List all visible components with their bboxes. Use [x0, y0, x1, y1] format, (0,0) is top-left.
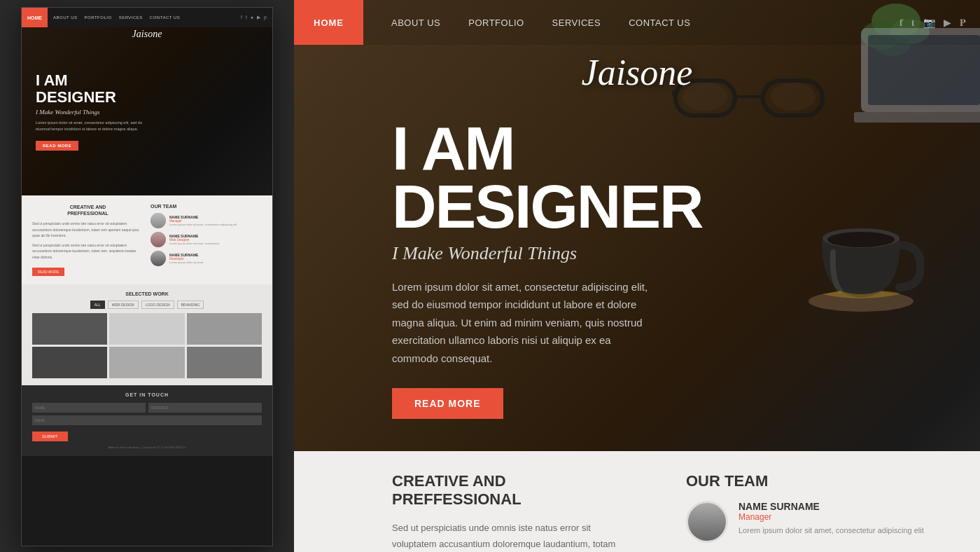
- left-nav-portfolio[interactable]: PORTFOLIO: [85, 15, 112, 20]
- right-team-info-1: NAME SURNAME Manager Lorem ipsum dolor s…: [738, 501, 924, 537]
- left-hero-content: I AM DESIGNER I Make Wonderful Things Lo…: [22, 58, 162, 165]
- right-hero-section: I AM DESIGNER I Make Wonderful Things Lo…: [294, 45, 980, 451]
- filter-all[interactable]: ALL: [90, 301, 105, 309]
- portfolio-item-1[interactable]: [32, 313, 107, 345]
- left-nav: HOME ABOUT US PORTFOLIO SERVICES CONTACT…: [22, 8, 272, 27]
- right-pinterest-icon[interactable]: 𝐏: [960, 17, 966, 29]
- left-preview-panel: HOME ABOUT US PORTFOLIO SERVICES CONTACT…: [21, 7, 273, 546]
- right-home-btn[interactable]: HOME: [294, 0, 363, 45]
- left-creative-body-1: Sed ut perspiciatis unde omnis iste natu…: [32, 221, 144, 239]
- right-hero-subtitle: I Make Wonderful Things: [392, 243, 742, 264]
- left-creative-body-2: Sed ut perspiciatis unde omnis iste natu…: [32, 242, 144, 261]
- right-creative-body: Sed ut perspiciatis unde omnis iste natu…: [392, 520, 630, 552]
- right-nav: HOME ABOUT US PORTFOLIO SERVICES CONTACT…: [294, 0, 980, 45]
- left-avatar-2: [150, 232, 166, 247]
- left-nav-services[interactable]: SERVICES: [119, 15, 143, 20]
- right-nav-contact[interactable]: CONTACT US: [615, 0, 704, 45]
- filter-web[interactable]: WEB DESIGN: [108, 301, 139, 309]
- left-submit-btn[interactable]: SUBMIT: [32, 432, 68, 441]
- right-nav-portfolio[interactable]: PORTFOLIO: [454, 0, 538, 45]
- left-hero: I AM DESIGNER I Make Wonderful Things Lo…: [22, 27, 272, 195]
- portfolio-item-4[interactable]: [32, 347, 107, 378]
- filter-branding[interactable]: BRANDING: [177, 301, 204, 309]
- portfolio-item-5[interactable]: [109, 347, 184, 378]
- left-hero-heading: I AM DESIGNER: [36, 72, 148, 106]
- right-creative-title: CREATIVE ANDPREFFESSIONAL: [392, 472, 630, 509]
- left-instagram-icon[interactable]: ●: [251, 15, 253, 20]
- right-nav-services[interactable]: SERVICES: [538, 0, 615, 45]
- right-nav-links: ABOUT US PORTFOLIO SERVICES CONTACT US: [363, 0, 704, 45]
- left-team-member-3: NAME SURNAME Developer Lorem ipsum dolor…: [150, 251, 262, 266]
- left-nav-about[interactable]: ABOUT US: [53, 15, 78, 20]
- left-nav-contact[interactable]: CONTACT US: [150, 15, 180, 20]
- left-about-read-more[interactable]: READ MORE: [32, 268, 64, 276]
- right-instagram-icon[interactable]: 📷: [923, 17, 935, 29]
- right-youtube-icon[interactable]: ▶: [944, 17, 951, 29]
- right-hero-heading: I AM DESIGNER: [392, 119, 742, 236]
- left-hero-subtitle: I Make Wonderful Things: [36, 109, 148, 116]
- left-team-member-1: NAME SURNAME Manager Lorem ipsum dolor s…: [150, 213, 262, 228]
- right-nav-about[interactable]: ABOUT US: [377, 0, 454, 45]
- left-avatar-3: [150, 251, 166, 266]
- left-social-icons: f t ● ▶ p: [241, 15, 267, 20]
- right-main-panel: HOME ABOUT US PORTFOLIO SERVICES CONTACT…: [294, 0, 980, 552]
- left-about-section: CREATIVE ANDPREFFESSIONAL Sed ut perspic…: [22, 195, 272, 284]
- left-read-more-btn[interactable]: READ MORE: [36, 141, 78, 151]
- left-message-input[interactable]: [148, 403, 262, 413]
- left-pinterest-icon[interactable]: p: [264, 15, 267, 20]
- left-team-member-2: NAME SURNAME Web Designer Lorem ipsum do…: [150, 232, 262, 247]
- right-social-bar: 𝐟 𝐭 📷 ▶ 𝐏: [899, 17, 980, 29]
- left-footer-info: Address: Street, Amazing, Countryside 75…: [32, 446, 262, 449]
- left-email-row: [32, 415, 262, 425]
- left-home-btn[interactable]: HOME: [22, 8, 48, 27]
- right-member-1-role: Manager: [738, 512, 924, 522]
- right-about-section: CREATIVE ANDPREFFESSIONAL Sed ut perspic…: [294, 451, 980, 552]
- left-team-section: OUR TEAM NAME SURNAME Manager Lorem ipsu…: [150, 204, 262, 276]
- left-email-input[interactable]: [32, 415, 262, 425]
- left-team-info-1: NAME SURNAME Manager Lorem ipsum dolor s…: [169, 215, 262, 227]
- left-contact-title: GET IN TOUCH: [32, 392, 262, 397]
- filter-logo[interactable]: LOGO DESIGN: [141, 301, 174, 309]
- left-team-info-3: NAME SURNAME Developer Lorem ipsum dolor…: [169, 253, 262, 265]
- right-member-1-desc: Lorem ipsum dolor sit amet, consectetur …: [738, 525, 924, 537]
- portfolio-item-6[interactable]: [187, 347, 262, 378]
- right-hero-body: Lorem ipsum dolor sit amet, consectetur …: [392, 278, 658, 368]
- right-team-title: OUR TEAM: [686, 472, 924, 490]
- right-hero-content: I AM DESIGNER I Make Wonderful Things Lo…: [392, 119, 742, 420]
- left-contact-form-row1: [32, 403, 262, 413]
- left-portfolio-title: SELECTED WORK: [32, 291, 262, 296]
- left-facebook-icon[interactable]: f: [241, 15, 242, 20]
- right-twitter-icon[interactable]: 𝐭: [911, 17, 915, 29]
- right-member-1-name: NAME SURNAME: [738, 501, 924, 512]
- left-contact-section: GET IN TOUCH SUBMIT Address: Street, Ama…: [22, 385, 272, 456]
- right-facebook-icon[interactable]: 𝐟: [899, 17, 903, 29]
- left-twitter-icon[interactable]: t: [246, 15, 247, 20]
- left-creative-section: CREATIVE ANDPREFFESSIONAL Sed ut perspic…: [32, 204, 144, 276]
- left-hero-body: Lorem ipsum dolor sit amet, consectetur …: [36, 120, 148, 132]
- left-avatar-1: [150, 213, 166, 228]
- left-portfolio-section: SELECTED WORK ALL WEB DESIGN LOGO DESIGN…: [22, 284, 272, 385]
- right-hero-line2: DESIGNER: [392, 172, 703, 241]
- right-creative-section: CREATIVE ANDPREFFESSIONAL Sed ut perspic…: [392, 472, 630, 552]
- left-youtube-icon[interactable]: ▶: [257, 15, 260, 20]
- right-read-more-btn[interactable]: READ MORE: [392, 388, 503, 419]
- left-nav-items: ABOUT US PORTFOLIO SERVICES CONTACT US: [48, 15, 180, 20]
- left-team-info-2: NAME SURNAME Web Designer Lorem ipsum do…: [169, 234, 262, 246]
- right-team-section: OUR TEAM NAME SURNAME Manager Lorem ipsu…: [686, 472, 924, 552]
- portfolio-item-3[interactable]: [187, 313, 262, 345]
- portfolio-item-2[interactable]: [109, 313, 184, 345]
- right-avatar-1: [686, 501, 728, 543]
- left-team-title: OUR TEAM: [150, 204, 262, 209]
- left-portfolio-grid: [32, 313, 262, 378]
- left-name-input[interactable]: [32, 403, 146, 413]
- left-creative-title: CREATIVE ANDPREFFESSIONAL: [32, 204, 144, 216]
- left-portfolio-filters: ALL WEB DESIGN LOGO DESIGN BRANDING: [32, 301, 262, 309]
- right-team-member-1: NAME SURNAME Manager Lorem ipsum dolor s…: [686, 501, 924, 543]
